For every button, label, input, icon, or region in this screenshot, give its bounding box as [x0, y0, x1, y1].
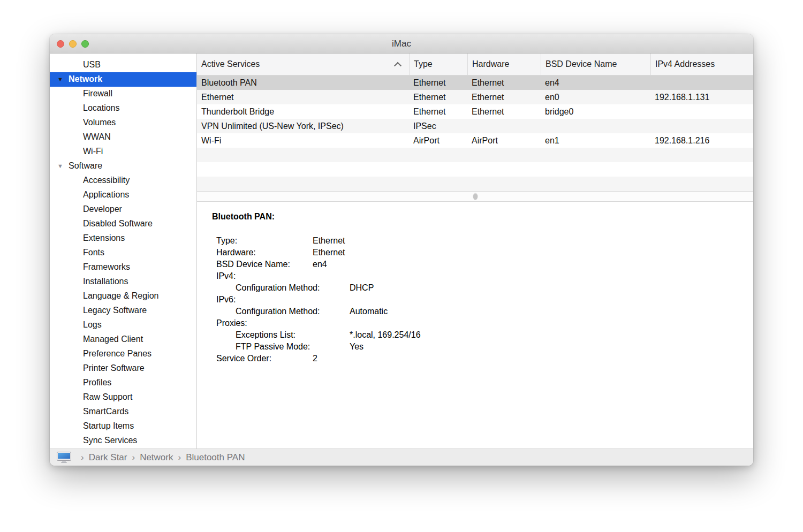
right-pane: Active Services Type Hardware BS [197, 54, 753, 449]
column-header-label: IPv4 Addresses [655, 59, 715, 69]
breadcrumb-item: › Dark Star [76, 452, 127, 463]
close-button[interactable] [57, 40, 64, 48]
sidebar-item[interactable]: ▼ Legacy Software [50, 303, 196, 318]
sidebar-item[interactable]: ▼ Wi-Fi [50, 145, 196, 159]
column-header[interactable]: BSD Device Name [541, 54, 650, 75]
sidebar-item[interactable]: ▼ Software [50, 159, 196, 173]
sidebar-item-label: Locations [83, 103, 120, 113]
zoom-button[interactable] [81, 40, 89, 48]
titlebar[interactable]: iMac [50, 34, 753, 54]
column-header[interactable]: Type [409, 54, 467, 75]
sidebar-item-label: Raw Support [83, 392, 133, 402]
minimize-button[interactable] [69, 40, 77, 48]
sidebar-item[interactable]: ▼ Network [50, 72, 196, 87]
detail-line: Type: Ethernet [212, 235, 743, 247]
detail-line: Configuration Method: Automatic [212, 306, 743, 317]
sidebar-item[interactable]: ▼ Applications [50, 188, 196, 202]
window-controls [57, 40, 89, 48]
detail-label: Hardware: [216, 247, 313, 259]
breadcrumb: › Dark Star › Network › Bluetooth PAN [76, 452, 245, 463]
sidebar-item[interactable]: ▼ Firewall [50, 87, 196, 101]
detail-label: Service Order: [216, 353, 313, 364]
sidebar-item-label: Legacy Software [83, 306, 147, 315]
sidebar-item[interactable]: ▼ Profiles [50, 376, 196, 390]
detail-label: IPv6: [216, 294, 313, 306]
sidebar-item-label: Preference Panes [83, 349, 151, 359]
detail-value: Yes [350, 341, 363, 353]
detail-line: BSD Device Name: en4 [212, 259, 743, 270]
detail-line: FTP Passive Mode: Yes [212, 341, 743, 353]
window-content: ▼ Thunderbolt ▼ USB ▼ Network ▼ [50, 54, 753, 449]
sidebar-item[interactable]: ▼ Frameworks [50, 260, 196, 275]
sidebar-item[interactable]: ▼ WWAN [50, 130, 196, 145]
sidebar-item[interactable]: ▼ Language & Region [50, 289, 196, 303]
sidebar-item-label: Applications [83, 190, 129, 200]
column-header[interactable]: IPv4 Addresses [650, 54, 753, 75]
splitter-handle-icon[interactable] [473, 193, 478, 200]
sidebar-item[interactable]: ▼ Preference Panes [50, 347, 196, 361]
detail-line: Exceptions List: *.local, 169.254/16 [212, 329, 743, 341]
active-services-table: Bluetooth PAN Ethernet Ethernet en4 Ethe… [197, 75, 753, 191]
sidebar-item[interactable]: ▼ Startup Items [50, 419, 196, 434]
sidebar-item-label: USB [83, 60, 101, 70]
detail-label: Type: [216, 235, 313, 247]
sidebar-item-label: Disabled Software [83, 219, 153, 229]
pane-splitter[interactable] [197, 191, 753, 202]
breadcrumb-item: › Network [127, 452, 173, 463]
table-row[interactable]: Ethernet Ethernet Ethernet en0 192.168.1… [197, 90, 753, 104]
column-header-label: Type [414, 59, 433, 69]
table-row[interactable]: Wi-Fi AirPort AirPort en1 192.168.1.216 [197, 133, 753, 148]
column-header[interactable]: Hardware [467, 54, 541, 75]
detail-pane[interactable]: Bluetooth PAN: Type: Ethernet Hardware: … [197, 202, 753, 449]
sidebar-item[interactable]: ▼ SmartCards [50, 405, 196, 419]
detail-value: Ethernet [313, 235, 345, 247]
table-row[interactable]: Thunderbolt Bridge Ethernet Ethernet bri… [197, 104, 753, 119]
disclosure-triangle-icon[interactable]: ▼ [57, 77, 69, 82]
detail-value: en4 [313, 259, 327, 270]
sidebar-item-label: Managed Client [83, 335, 143, 344]
sidebar-item[interactable]: ▼ Volumes [50, 116, 196, 130]
sidebar-item[interactable]: ▼ Raw Support [50, 390, 196, 405]
status-bar: › Dark Star › Network › Bluetooth PAN [50, 449, 753, 466]
sidebar-item-label: Firewall [83, 89, 112, 98]
sidebar-item-label: Extensions [83, 233, 125, 243]
column-header-label: Active Services [201, 59, 260, 69]
breadcrumb-label: Dark Star [89, 452, 127, 463]
cell-hardware: Ethernet [467, 107, 541, 117]
disclosure-triangle-icon[interactable]: ▼ [57, 163, 69, 169]
breadcrumb-label: Bluetooth PAN [186, 452, 245, 463]
sidebar-item[interactable]: ▼ Installations [50, 275, 196, 289]
table-row[interactable]: VPN Unlimited (US-New York, IPSec) IPSec [197, 119, 753, 133]
sidebar-item[interactable]: ▼ Accessibility [50, 173, 196, 188]
sidebar-item[interactable]: ▼ Locations [50, 101, 196, 116]
sidebar-item[interactable]: ▼ Thunderbolt [50, 54, 196, 58]
detail-value: *.local, 169.254/16 [350, 329, 421, 341]
sidebar-item[interactable]: ▼ Managed Client [50, 332, 196, 347]
sidebar-item[interactable]: ▼ Logs [50, 318, 196, 332]
detail-value: Ethernet [313, 247, 345, 259]
sidebar-item-label: Volumes [83, 118, 116, 127]
sort-ascending-icon [394, 62, 402, 70]
table-row[interactable]: Bluetooth PAN Ethernet Ethernet en4 [197, 75, 753, 90]
sidebar-item-label: Wi-Fi [83, 147, 103, 156]
sidebar: ▼ Thunderbolt ▼ USB ▼ Network ▼ [50, 54, 197, 449]
sidebar-item[interactable]: ▼ Disabled Software [50, 217, 196, 231]
imac-icon [57, 452, 71, 463]
cell-hardware: AirPort [467, 136, 541, 146]
sidebar-item[interactable]: ▼ Developer [50, 202, 196, 217]
sidebar-item[interactable]: ▼ Fonts [50, 246, 196, 260]
column-header-label: Hardware [472, 59, 509, 69]
detail-label: BSD Device Name: [216, 259, 313, 270]
cell-bsd-device-name: bridge0 [541, 107, 650, 117]
column-header[interactable]: Active Services [197, 54, 409, 75]
sidebar-item-label: Printer Software [83, 363, 145, 373]
sidebar-item-label: Startup Items [83, 421, 134, 431]
cell-active-service: Thunderbolt Bridge [197, 107, 409, 117]
breadcrumb-separator-icon: › [81, 452, 84, 463]
detail-label: Exceptions List: [236, 329, 350, 341]
sidebar-item[interactable]: ▼ Sync Services [50, 434, 196, 448]
sidebar-item[interactable]: ▼ Extensions [50, 231, 196, 246]
sidebar-item-label: Frameworks [83, 262, 130, 272]
sidebar-item[interactable]: ▼ Printer Software [50, 361, 196, 376]
sidebar-item[interactable]: ▼ USB [50, 58, 196, 72]
